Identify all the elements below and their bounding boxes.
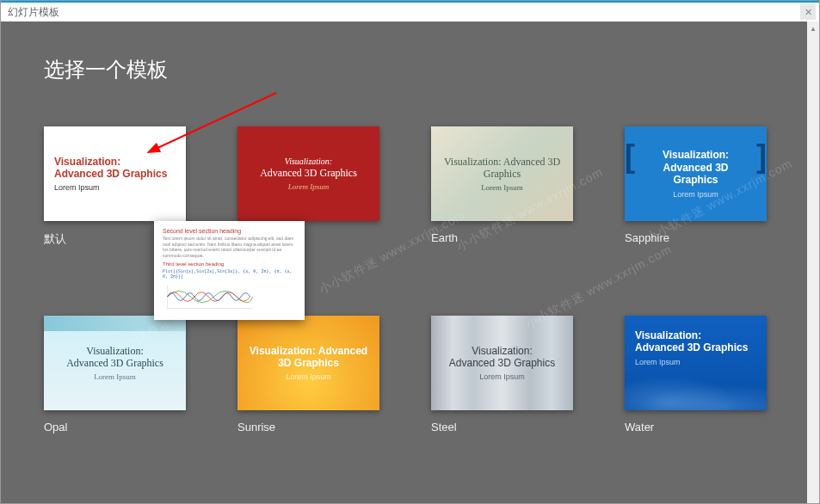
template-item-water[interactable]: Visualization: Advanced 3D Graphics Lore… (625, 316, 767, 433)
page-heading: 选择一个模板 (44, 56, 776, 83)
template-thumb: Visualization: Advanced 3D Graphics Lore… (431, 126, 573, 221)
window-title: 幻灯片模板 (8, 5, 59, 20)
template-thumb: Visualization: Advanced 3D Graphics Lore… (237, 316, 379, 410)
thumb-subtitle: Lorem Ipsum (635, 358, 681, 366)
thumb-title-line1: Visualization: (260, 157, 357, 167)
bracket-left-icon: [ (625, 138, 635, 175)
vertical-scrollbar[interactable]: ▲ (807, 22, 819, 503)
template-item-steel[interactable]: Visualization: Advanced 3D Graphics Lore… (431, 316, 573, 433)
template-thumb: Visualization: Advanced 3D Graphics Lore… (431, 316, 573, 410)
close-button[interactable]: ✕ (800, 4, 816, 20)
preview-h3: Third level section heading (163, 261, 296, 267)
thumb-title-line1: Visualization: (449, 345, 555, 357)
thumb-subtitle: Lorem Ipsum (479, 372, 525, 381)
thumb-title: Visualization: Advanced 3D Graphics (248, 345, 369, 370)
thumb-title-line1: Visualization: (54, 156, 167, 168)
thumb-subtitle: Lorem Ipsum (288, 182, 329, 191)
thumb-title-line1: Visualization: (644, 149, 748, 161)
thumb-subtitle: Lorem Ipsum (54, 183, 100, 192)
template-thumb: Visualization: Advanced 3D Graphics Lore… (44, 126, 186, 221)
template-item-earth[interactable]: Visualization: Advanced 3D Graphics Lore… (431, 126, 573, 247)
thumb-subtitle: Lorem Ipsum (644, 190, 748, 199)
thumb-title-line2: Advanced 3D Graphics (644, 162, 748, 187)
window-titlebar: 幻灯片模板 ✕ (1, 1, 819, 22)
template-label: Sapphire (625, 231, 767, 244)
thumb-title-line1: Visualization: (635, 329, 748, 341)
template-item-opal[interactable]: Visualization: Advanced 3D Graphics Lore… (44, 316, 186, 433)
thumb-title-line2: Advanced 3D Graphics (260, 167, 357, 179)
thumb-subtitle: Lorem Ipsum (94, 372, 136, 381)
template-label: Water (625, 421, 767, 433)
content-area: 选择一个模板 Visualization: Advanced 3D Graphi… (1, 22, 819, 503)
template-label: Sunrise (237, 421, 379, 433)
template-thumb: [ Visualization: Advanced 3D Graphics Lo… (625, 126, 767, 221)
template-label: Earth (431, 231, 573, 244)
thumb-title-line2: Advanced 3D Graphics (635, 341, 748, 353)
template-thumb: Visualization: Advanced 3D Graphics Lore… (237, 126, 379, 221)
template-label: Opal (44, 421, 186, 433)
preview-plot-icon (163, 281, 257, 312)
preview-h2: Second level section heading (163, 228, 296, 234)
thumb-title-line1: Visualization: (66, 345, 163, 357)
close-icon: ✕ (805, 7, 812, 18)
thumb-title-line2: Advanced 3D Graphics (54, 168, 167, 180)
template-item-sapphire[interactable]: [ Visualization: Advanced 3D Graphics Lo… (625, 126, 767, 247)
scroll-up-icon[interactable]: ▲ (807, 22, 819, 35)
template-item-sunrise[interactable]: Visualization: Advanced 3D Graphics Lore… (237, 316, 379, 433)
thumb-title: Visualization: Advanced 3D Graphics (441, 156, 563, 181)
preview-code: Plot[{Sin[x],Sin[2x],Sin[3x]}, {x, 0, 2π… (163, 268, 296, 279)
thumb-subtitle: Lorem Ipsum (481, 183, 523, 192)
template-thumb: Visualization: Advanced 3D Graphics Lore… (44, 316, 186, 410)
template-label: Steel (431, 421, 573, 433)
thumb-subtitle: Lorem Ipsum (286, 372, 331, 381)
template-preview-tooltip: Second level section heading Text lorem … (154, 221, 305, 320)
thumb-title-line2: Advanced 3D Graphics (449, 357, 555, 369)
preview-body: Text lorem ipsum dolor sit amet, consect… (163, 236, 296, 258)
thumb-title-line2: Advanced 3D Graphics (66, 357, 163, 369)
template-thumb: Visualization: Advanced 3D Graphics Lore… (625, 316, 767, 410)
bracket-right-icon: ] (756, 138, 767, 175)
